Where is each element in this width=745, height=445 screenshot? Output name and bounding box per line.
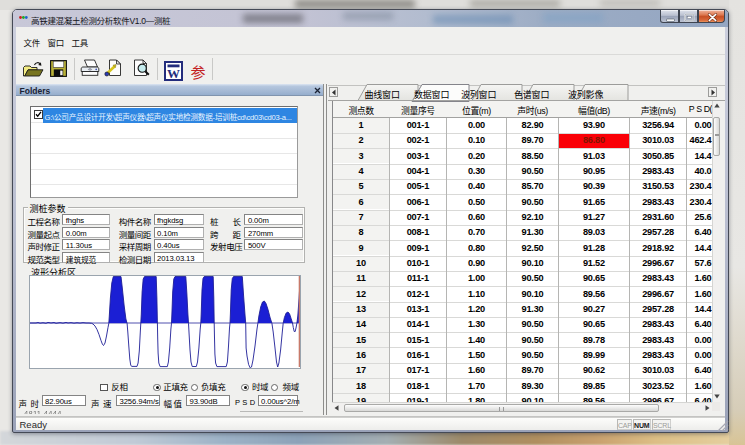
svg-text:W: W: [167, 66, 180, 81]
